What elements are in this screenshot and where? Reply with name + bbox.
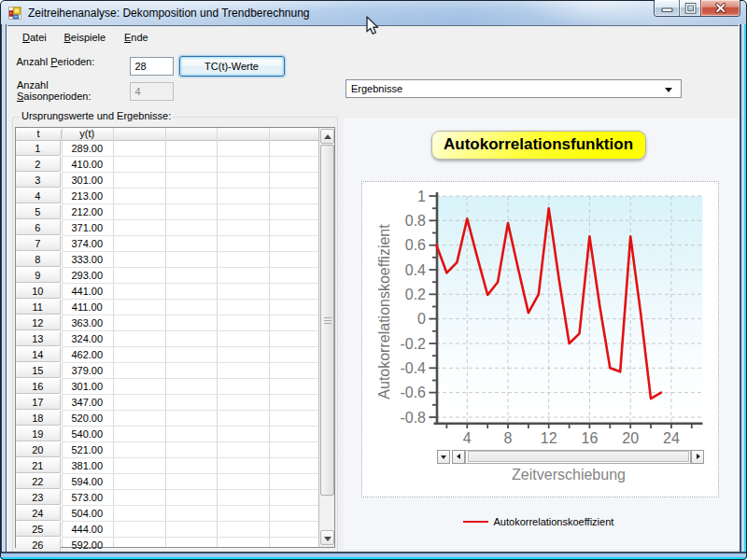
svg-text:16: 16: [581, 430, 598, 446]
svg-text:12: 12: [540, 430, 557, 446]
svg-text:0.4: 0.4: [404, 261, 425, 277]
svg-text:Zeitverschiebung: Zeitverschiebung: [512, 467, 626, 483]
svg-text:-0.4: -0.4: [400, 359, 426, 375]
svg-text:0.6: 0.6: [404, 237, 425, 253]
svg-text:0.2: 0.2: [404, 286, 425, 301]
svg-text:-0.2: -0.2: [400, 335, 426, 351]
svg-text:24: 24: [663, 430, 680, 446]
svg-text:8: 8: [503, 430, 512, 446]
svg-text:0: 0: [417, 311, 426, 327]
svg-text:-0.6: -0.6: [400, 385, 426, 400]
svg-text:-0.8: -0.8: [400, 409, 426, 425]
svg-text:0.8: 0.8: [404, 212, 425, 228]
svg-text:Autokorrelationskoeffizient: Autokorrelationskoeffizient: [376, 223, 392, 399]
svg-text:4: 4: [462, 430, 471, 446]
svg-text:20: 20: [622, 430, 639, 446]
svg-text:1: 1: [417, 188, 426, 203]
